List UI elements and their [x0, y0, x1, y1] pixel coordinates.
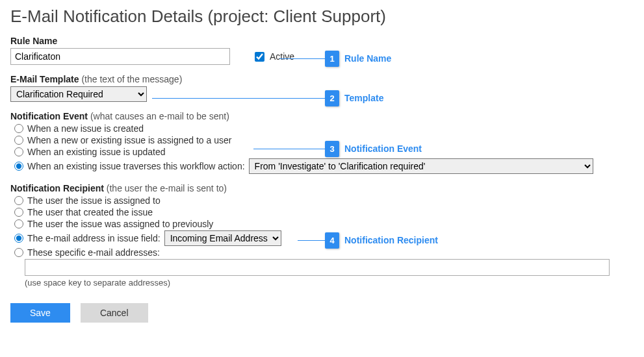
template-label: E-Mail Template (the text of the message… [10, 74, 634, 84]
event-radio-assigned[interactable] [14, 136, 23, 145]
rule-name-input[interactable] [10, 48, 230, 65]
callout-badge-1: 1 [325, 51, 339, 67]
callout-line-2 [152, 98, 325, 99]
recipient-label: Notification Recipient (the user the e-m… [10, 183, 634, 193]
event-option-updated[interactable]: When an existing issue is updated [27, 147, 165, 157]
callout-label-3: Notification Event [344, 143, 422, 154]
recipient-radio-prev[interactable] [14, 219, 23, 228]
event-option-workflow[interactable]: When an existing issue traverses this wo… [27, 161, 245, 171]
recipient-radio-emailfield[interactable] [14, 234, 23, 243]
event-label: Notification Event (what causes an e-mai… [10, 111, 634, 121]
recipient-option-assigned[interactable]: The user the issue is assigned to [27, 195, 161, 206]
event-option-new[interactable]: When a new issue is created [27, 123, 144, 134]
callout-line-1 [279, 58, 325, 59]
specific-addresses-hint: (use space key to separate addresses) [25, 278, 634, 288]
workflow-action-select[interactable]: From 'Investigate' to 'Clarification req… [249, 158, 593, 174]
page-title: E-Mail Notification Details (project: Cl… [10, 6, 634, 27]
callout-badge-2: 2 [325, 90, 339, 106]
callout-label-2: Template [344, 93, 383, 103]
callout-line-3 [253, 149, 325, 149]
event-radio-new[interactable] [14, 124, 23, 133]
specific-addresses-input[interactable] [25, 259, 610, 276]
recipient-option-creator[interactable]: The user that created the issue [27, 207, 153, 217]
callout-badge-4: 4 [325, 232, 339, 249]
recipient-radio-specific[interactable] [14, 248, 23, 257]
event-option-assigned[interactable]: When a new or existing issue is assigned… [27, 135, 231, 145]
active-label: Active [270, 51, 294, 62]
recipient-radio-creator[interactable] [14, 208, 23, 217]
event-radio-workflow[interactable] [14, 162, 23, 171]
event-radio-updated[interactable] [14, 147, 23, 156]
rule-name-label: Rule Name [10, 36, 634, 46]
callout-badge-3: 3 [325, 141, 339, 157]
recipient-radio-assigned[interactable] [14, 196, 23, 205]
recipient-option-emailfield[interactable]: The e-mail address in issue field: [27, 233, 161, 243]
email-field-select[interactable]: Incoming Email Address [164, 230, 281, 246]
save-button[interactable]: Save [10, 303, 70, 323]
recipient-option-prev[interactable]: The user the issue was assigned to previ… [27, 219, 213, 229]
active-checkbox[interactable] [255, 52, 264, 62]
cancel-button[interactable]: Cancel [81, 303, 148, 323]
callout-line-4 [298, 240, 325, 241]
callout-label-1: Rule Name [344, 53, 391, 64]
recipient-option-specific[interactable]: These specific e-mail addresses: [27, 247, 160, 258]
template-select[interactable]: Clarification Required [10, 86, 147, 102]
callout-label-4: Notification Recipient [344, 235, 438, 245]
